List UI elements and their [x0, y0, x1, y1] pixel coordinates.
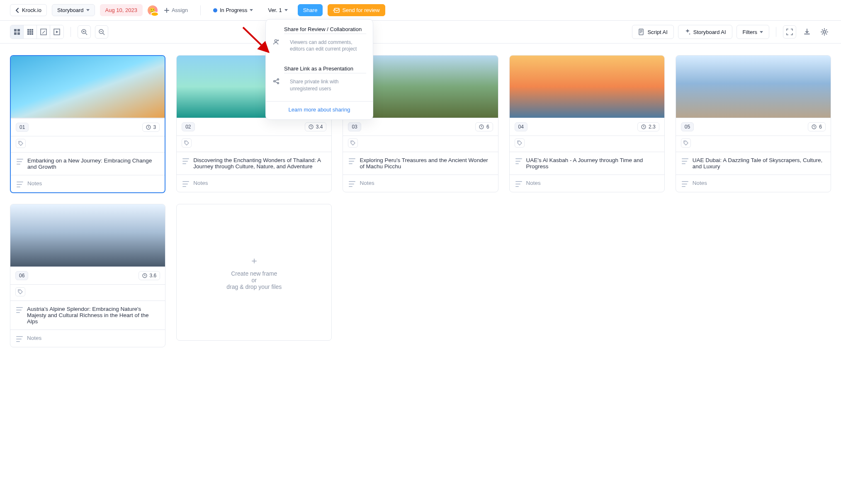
view-edit-button[interactable] [37, 25, 50, 39]
avatar[interactable]: 🙂 [148, 5, 158, 15]
share-button[interactable]: Share [298, 4, 323, 16]
frame-tag-button[interactable] [16, 139, 26, 148]
star-badge-icon [151, 12, 159, 17]
zoom-in-button[interactable] [78, 25, 91, 39]
frame-title-text: UAE Dubai: A Dazzling Tale of Skyscraper… [693, 157, 825, 170]
frame-meta: 01 3 [11, 118, 165, 136]
frame-notes[interactable]: Notes [11, 175, 165, 192]
frame-notes-label: Notes [27, 180, 42, 187]
fullscreen-button[interactable] [783, 25, 796, 39]
tag-icon [18, 141, 23, 146]
share-present-title: Share Link as a Presentation [284, 65, 366, 72]
frame-tag-button[interactable] [182, 138, 192, 148]
people-plus-icon [272, 26, 280, 57]
share-popover: Share for Review / Collaboration Viewers… [265, 19, 373, 120]
due-date-text: Aug 10, 2023 [105, 7, 137, 13]
frame-tagrow [510, 136, 664, 152]
frame-duration-text: 3.4 [316, 124, 323, 130]
assign-button[interactable]: Assign [163, 5, 193, 16]
status-label: In Progress [220, 7, 247, 13]
frame-tag-button[interactable] [15, 287, 25, 296]
frame-number-badge: 05 [681, 122, 694, 131]
settings-button[interactable] [818, 25, 831, 39]
frame-description[interactable]: UAE Dubai: A Dazzling Tale of Skyscraper… [676, 152, 831, 174]
frame-notes[interactable]: Notes [510, 174, 664, 192]
frame-notes-label: Notes [526, 180, 541, 187]
frame-card[interactable]: 01 3 Embarking on a New Journey: Embraci… [10, 55, 165, 193]
share-nodes-icon [272, 65, 280, 97]
frame-duration-text: 6 [486, 124, 489, 130]
frame-description[interactable]: Austria's Alpine Splendor: Embracing Nat… [10, 300, 165, 330]
frame-thumbnail[interactable] [10, 204, 165, 267]
clock-icon [479, 124, 484, 129]
create-line1: Create new frame [226, 270, 282, 277]
frame-number-badge: 02 [182, 122, 194, 131]
status-dropdown[interactable]: In Progress [208, 5, 258, 16]
svg-rect-22 [639, 29, 643, 35]
frame-notes[interactable]: Notes [343, 174, 498, 192]
app-header: Krock.io Storyboard Aug 10, 2023 🙂 Assig… [0, 0, 841, 21]
text-lines-icon [682, 158, 688, 164]
create-frame-card[interactable]: ＋ Create new frame or drag & drop your f… [176, 204, 332, 341]
frame-title-text: Austria's Alpine Splendor: Embracing Nat… [27, 306, 159, 325]
frame-meta: 06 3.6 [10, 267, 165, 284]
view-grid-large-button[interactable] [10, 25, 24, 39]
back-button[interactable]: Krock.io [10, 4, 47, 16]
download-button[interactable] [800, 25, 814, 39]
frame-description[interactable]: Embarking on a New Journey: Embracing Ch… [11, 152, 165, 175]
frame-tag-button[interactable] [681, 138, 691, 148]
svg-point-25 [19, 142, 20, 143]
frame-description[interactable]: Exploring Peru's Treasures and the Ancie… [343, 152, 498, 174]
view-player-button[interactable] [50, 25, 63, 39]
frame-description[interactable]: UAE's Al Kasbah - A Journey through Time… [510, 152, 664, 174]
storyboard-ai-button[interactable]: Storyboard AI [678, 25, 732, 39]
clock-icon [812, 124, 817, 129]
share-label: Share [303, 7, 318, 13]
frame-notes[interactable]: Notes [676, 174, 831, 192]
gear-icon [820, 28, 829, 36]
version-dropdown[interactable]: Ver. 1 [263, 5, 292, 16]
storyboard-ai-label: Storyboard AI [693, 29, 726, 35]
frame-title-text: Discovering the Enchanting Wonders of Th… [193, 157, 326, 170]
share-learn-more-link[interactable]: Learn more about sharing [266, 101, 373, 117]
frame-tag-button[interactable] [515, 138, 525, 148]
clock-icon [641, 124, 646, 129]
zoom-out-icon [98, 29, 105, 35]
clock-icon [146, 125, 151, 130]
frame-duration-badge: 6 [475, 122, 493, 131]
svg-point-3 [277, 79, 279, 80]
clock-icon [142, 273, 147, 278]
share-presentation-option[interactable]: Share Link as a Presentation Share priva… [266, 61, 373, 101]
frame-duration-badge: 6 [808, 122, 826, 131]
frame-notes[interactable]: Notes [177, 174, 331, 192]
assign-label: Assign [172, 7, 188, 13]
svg-rect-13 [29, 31, 31, 33]
project-dropdown[interactable]: Storyboard [52, 4, 95, 16]
frame-title-text: Embarking on a New Journey: Embracing Ch… [27, 158, 159, 170]
zoom-out-button[interactable] [95, 25, 108, 39]
frame-card[interactable]: 05 6 UAE Dubai: A Dazzling Tale of Skysc… [676, 55, 831, 192]
svg-rect-15 [27, 33, 29, 35]
view-grid-small-button[interactable] [24, 25, 37, 39]
frame-duration-badge: 2.3 [637, 122, 659, 131]
frame-description[interactable]: Discovering the Enchanting Wonders of Th… [177, 152, 331, 174]
divider [776, 27, 776, 37]
frame-tagrow [10, 284, 165, 300]
frame-tag-button[interactable] [348, 138, 358, 148]
frame-card[interactable]: 04 2.3 UAE's Al Kasbah - A Journey throu… [509, 55, 665, 192]
filters-dropdown[interactable]: Filters [736, 25, 769, 39]
frame-thumbnail[interactable] [510, 56, 664, 118]
share-collab-option[interactable]: Share for Review / Collaboration Viewers… [266, 22, 373, 61]
svg-point-29 [352, 142, 352, 143]
frame-duration-text: 3 [153, 124, 156, 130]
due-date-chip[interactable]: Aug 10, 2023 [100, 4, 143, 16]
frame-notes[interactable]: Notes [10, 330, 165, 347]
svg-rect-5 [14, 29, 17, 32]
svg-rect-16 [29, 33, 31, 35]
chevron-down-icon [760, 31, 763, 33]
frame-card[interactable]: 06 3.6 Austria's Alpine Splendor: Embrac… [10, 204, 165, 347]
frame-thumbnail[interactable] [11, 56, 165, 118]
send-for-review-button[interactable]: Send for review [328, 4, 385, 16]
script-ai-button[interactable]: Script AI [632, 25, 673, 39]
frame-thumbnail[interactable] [676, 56, 831, 118]
